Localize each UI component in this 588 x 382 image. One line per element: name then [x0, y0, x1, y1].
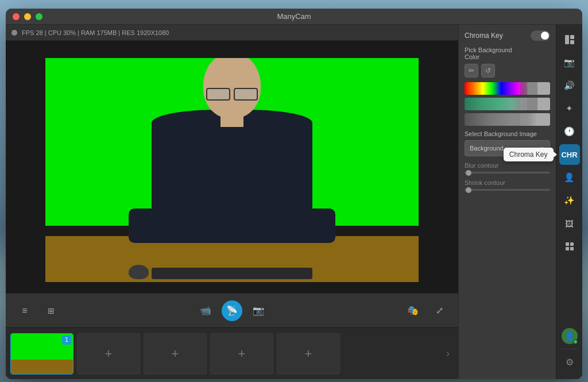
chroma-key-row: Chroma Key — [465, 30, 550, 41]
image-rail-icon[interactable]: 🖼 — [559, 213, 580, 234]
window-controls — [13, 13, 42, 20]
layout-rail-icon[interactable] — [559, 29, 580, 50]
select-bg-label: Select Background Image — [465, 130, 550, 137]
blur-contour-container: Blur contour — [465, 162, 550, 173]
svg-rect-6 — [570, 247, 574, 250]
add-scene-4[interactable]: + — [210, 333, 273, 375]
person-icon: 👤 — [564, 172, 575, 183]
right-panel: Chroma Key Pick BackgroundColor ✏ ↺ — [458, 25, 556, 379]
shrink-slider-track[interactable] — [465, 189, 550, 191]
settings-button[interactable]: ⚙ — [562, 354, 578, 370]
magic-rail-icon[interactable]: ✨ — [559, 190, 580, 211]
svg-rect-4 — [570, 242, 574, 246]
list-button[interactable]: ≡ — [14, 300, 35, 321]
avatar-icon[interactable]: 👤 — [562, 328, 578, 344]
shrink-slider-thumb[interactable] — [466, 187, 471, 193]
fps-indicator — [11, 30, 17, 36]
expand-icon: ⤢ — [436, 305, 443, 316]
add-icon-3: + — [172, 346, 179, 361]
scenes-strip: 1 + + + + › — [6, 327, 458, 379]
online-badge — [573, 339, 578, 344]
gear-icon: ⚙ — [566, 357, 574, 368]
add-scene-3[interactable]: + — [144, 333, 207, 375]
expand-button[interactable]: ⤢ — [429, 300, 450, 321]
app-title: ManyCam — [277, 12, 311, 21]
volume-icon: 🔊 — [564, 80, 575, 91]
wand-icon: ✨ — [564, 195, 575, 206]
svg-rect-2 — [570, 40, 574, 44]
add-icon-2: + — [105, 346, 113, 361]
video-rail-icon[interactable]: 📷 — [559, 52, 580, 73]
refresh-color-button[interactable]: ↺ — [481, 64, 495, 78]
list-icon: ≡ — [22, 306, 27, 316]
stream-button[interactable]: 📡 — [222, 300, 242, 321]
svg-rect-1 — [570, 35, 574, 39]
person-rail-icon[interactable]: 👤 — [559, 167, 580, 188]
arrow-icon: › — [446, 348, 450, 360]
volume-rail-icon[interactable]: 🔊 — [559, 75, 580, 96]
source-button[interactable]: ⊞ — [41, 300, 61, 321]
bottom-toolbar: ≡ ⊞ 📹 📡 📷 🎭 — [6, 293, 458, 327]
blur-contour-label: Blur contour — [465, 162, 550, 169]
grid-icon — [565, 242, 574, 251]
blur-slider-thumb[interactable] — [466, 170, 471, 176]
shrink-contour-label: Shrink contour — [465, 179, 550, 186]
scene-badge: 1 — [62, 335, 71, 345]
shrink-contour-container: Shrink contour — [465, 179, 550, 191]
video-camera-icon: 📷 — [564, 57, 575, 68]
icon-rail: 📷 🔊 ✦ 🕐 CHR Chroma Key 👤 ✨ — [556, 25, 582, 379]
chroma-key-toggle[interactable] — [531, 30, 550, 41]
layout-icon — [564, 34, 575, 45]
minimize-button[interactable] — [24, 13, 31, 20]
chroma-key-icon: CHR — [561, 151, 577, 159]
rail-divider — [561, 349, 578, 349]
controls-panel: Chroma Key Pick BackgroundColor ✏ ↺ — [459, 25, 556, 379]
svg-rect-5 — [566, 247, 569, 250]
sparkle-icon: ✦ — [566, 103, 573, 114]
gray-bump — [520, 113, 527, 126]
person-glasses — [206, 88, 258, 99]
video-frame — [45, 58, 419, 282]
scenes-next-arrow[interactable]: › — [442, 333, 454, 375]
add-icon-5: + — [305, 346, 312, 361]
color-swatch-green[interactable] — [465, 98, 550, 110]
rail-bottom: 👤 ⚙ — [561, 328, 578, 375]
close-button[interactable] — [13, 13, 20, 20]
effects-icon: 🎭 — [407, 305, 419, 316]
stats-text: FPS 28 | CPU 30% | RAM 175MB | RES 1920X… — [22, 29, 169, 36]
color-swatch-rainbow[interactable] — [465, 82, 550, 95]
chroma-key-label: Chroma Key — [465, 32, 503, 40]
scene-thumb-1[interactable]: 1 — [10, 333, 74, 375]
keyboard — [152, 268, 312, 279]
add-scene-5[interactable]: + — [277, 333, 340, 375]
blur-slider-track[interactable] — [465, 172, 550, 173]
refresh-icon: ↺ — [485, 67, 491, 75]
chroma-key-rail-icon[interactable]: CHR Chroma Key — [559, 144, 580, 165]
eyedropper-button[interactable]: ✏ — [465, 64, 478, 78]
video-area — [6, 41, 458, 293]
mouse — [129, 265, 149, 279]
color-swatch-gray[interactable] — [465, 113, 550, 126]
clock-icon: 🕐 — [564, 126, 575, 137]
source-icon: ⊞ — [48, 306, 55, 315]
svg-rect-3 — [566, 242, 569, 246]
main-layout: FPS 28 | CPU 30% | RAM 175MB | RES 1920X… — [6, 25, 582, 379]
titlebar: ManyCam — [6, 9, 582, 25]
effects-rail-icon[interactable]: ✦ — [559, 98, 580, 119]
clock-rail-icon[interactable]: 🕐 — [559, 121, 580, 142]
video-button[interactable]: 📹 — [195, 300, 216, 321]
person-body — [152, 110, 312, 242]
add-scene-2[interactable]: + — [77, 333, 140, 375]
maximize-button[interactable] — [36, 13, 42, 20]
screenshot-button[interactable]: 📷 — [248, 300, 269, 321]
color-picker-row: ✏ ↺ — [465, 64, 550, 78]
eyedropper-icon: ✏ — [469, 67, 474, 75]
add-icon-4: + — [238, 346, 246, 361]
grid-rail-icon[interactable] — [559, 236, 580, 257]
video-icon: 📹 — [200, 305, 211, 316]
center-area: FPS 28 | CPU 30% | RAM 175MB | RES 1920X… — [6, 25, 458, 379]
effects-button[interactable]: 🎭 — [403, 300, 423, 321]
chroma-key-tooltip: Chroma Key — [504, 148, 554, 161]
avatar-letter: 👤 — [564, 331, 574, 341]
app-window: ManyCam FPS 28 | CPU 30% | RAM 175MB | R… — [6, 9, 582, 379]
